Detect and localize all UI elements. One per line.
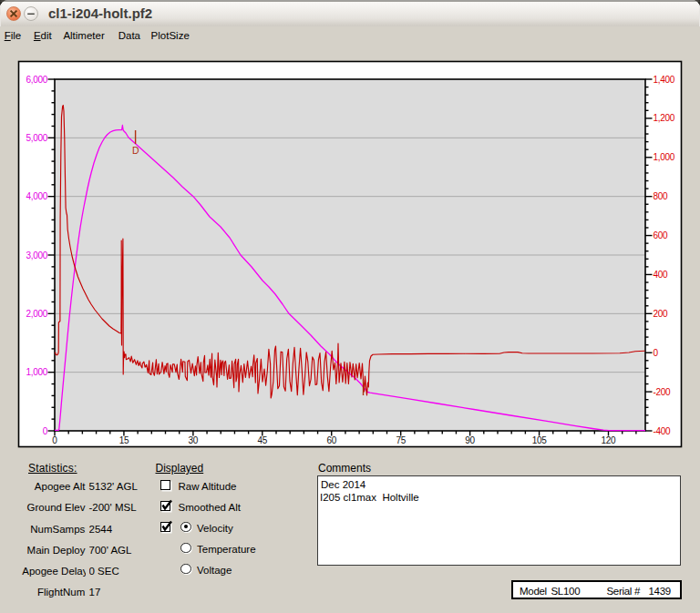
svg-text:2,000: 2,000 [26,309,47,319]
svg-text:D: D [132,145,139,156]
svg-text:5,000: 5,000 [26,133,47,143]
svg-text:6,000: 6,000 [26,75,47,85]
svg-text:45: 45 [258,435,268,445]
svg-text:-400: -400 [654,426,672,436]
svg-text:800: 800 [654,191,669,201]
svg-text:200: 200 [654,309,669,319]
svg-text:1,000: 1,000 [26,367,47,377]
svg-text:60: 60 [326,435,336,445]
svg-text:400: 400 [654,270,669,280]
svg-text:1,200: 1,200 [654,113,675,123]
svg-text:4,000: 4,000 [26,191,47,201]
svg-text:0: 0 [52,435,57,445]
svg-text:15: 15 [119,435,129,445]
svg-text:90: 90 [465,435,475,445]
svg-text:3,000: 3,000 [26,250,47,261]
svg-text:0: 0 [654,348,659,358]
svg-text:75: 75 [396,435,406,445]
svg-text:30: 30 [189,435,199,445]
svg-text:105: 105 [532,435,548,445]
svg-text:120: 120 [602,435,617,445]
svg-text:1,400: 1,400 [654,75,675,85]
svg-text:1,000: 1,000 [654,152,675,162]
svg-text:0: 0 [43,426,48,436]
svg-text:-200: -200 [654,387,672,397]
svg-text:600: 600 [654,230,669,240]
